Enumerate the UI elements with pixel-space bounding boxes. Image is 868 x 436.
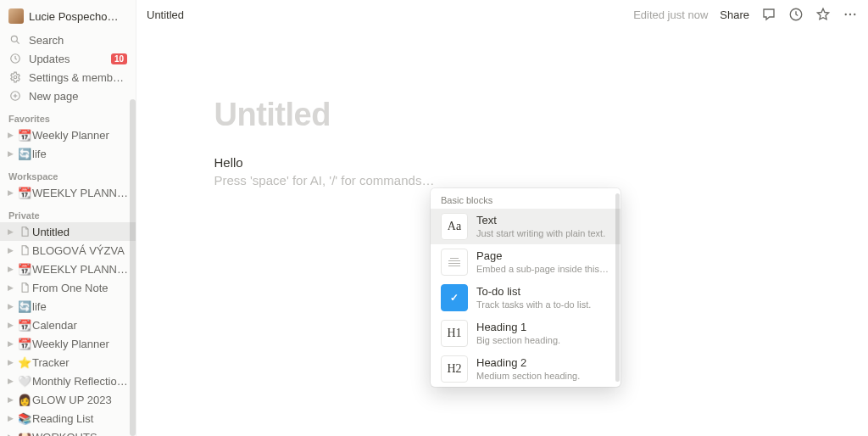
star-icon[interactable] — [815, 7, 831, 22]
slash-item-title: Text — [476, 214, 605, 227]
slash-item-text[interactable]: AaTextJust start writing with plain text… — [431, 209, 620, 244]
updates-button[interactable]: Updates 10 — [0, 49, 136, 68]
svg-point-6 — [845, 14, 847, 15]
slash-item-heading-1[interactable]: H1Heading 1Big section heading. — [431, 316, 620, 351]
private-page-row[interactable]: ▶⭐Tracker — [0, 353, 136, 372]
slash-item-desc: Big section heading. — [476, 334, 560, 346]
slash-item-icon: Aa — [441, 213, 468, 240]
new-page-label: New page — [29, 90, 127, 103]
share-button[interactable]: Share — [720, 8, 749, 21]
favorites-heading: Favorites — [0, 105, 136, 126]
page-label: life — [32, 300, 131, 313]
workspace-page-row[interactable]: ▶📆WEEKLY PLANNING — [0, 183, 136, 202]
updates-label: Updates — [29, 53, 104, 65]
page-emoji-icon: 📆 — [17, 336, 32, 351]
page-emoji-icon: 👩 — [17, 392, 32, 407]
slash-item-desc: Track tasks with a to-do list. — [476, 299, 591, 310]
page-text-line-1[interactable]: Hello — [214, 155, 791, 170]
svg-point-0 — [11, 36, 17, 42]
page-title[interactable]: Untitled — [214, 97, 791, 133]
private-heading: Private — [0, 202, 136, 222]
chevron-right-icon[interactable]: ▶ — [3, 280, 17, 295]
private-page-row[interactable]: ▶🤍Monthly Reflection 20… — [0, 372, 136, 390]
slash-item-title: Page — [476, 249, 610, 263]
page-label: Calendar — [32, 319, 131, 332]
slash-item-title: Heading 1 — [476, 321, 560, 334]
slash-item-desc: Medium section heading. — [476, 370, 580, 382]
chevron-right-icon[interactable]: ▶ — [3, 299, 17, 314]
workspace-avatar — [8, 8, 24, 24]
chevron-right-icon[interactable]: ▶ — [3, 411, 17, 426]
chevron-right-icon[interactable]: ▶ — [3, 224, 17, 239]
svg-point-7 — [849, 14, 851, 15]
breadcrumb[interactable]: Untitled — [147, 8, 184, 21]
workspace-heading: Workspace — [0, 163, 136, 183]
clock-icon[interactable] — [788, 7, 804, 22]
chevron-right-icon[interactable]: ▶ — [3, 373, 17, 388]
slash-item-title: Heading 2 — [476, 356, 580, 370]
page: Untitled Hello Press 'space' for AI, '/'… — [214, 29, 791, 187]
app-root: Lucie Pospecho… Search Updates 10 Settin… — [0, 0, 868, 436]
private-page-row[interactable]: ▶BLOGOVÁ VÝZVA — [0, 241, 136, 260]
chevron-right-icon[interactable]: ▶ — [3, 355, 17, 370]
page-emoji-icon: 🤍 — [17, 373, 32, 388]
page-label: GLOW UP 2023 — [32, 394, 131, 406]
chevron-right-icon[interactable]: ▶ — [3, 185, 17, 200]
workspace-pages-list: ▶📆WEEKLY PLANNING — [0, 183, 136, 202]
clock-icon — [8, 52, 22, 65]
chevron-right-icon[interactable]: ▶ — [3, 392, 17, 407]
slash-item-to-do-list[interactable]: To-do listTrack tasks with a to-do list. — [431, 280, 620, 316]
page-label: WEEKLY PLANNING (1) — [32, 263, 131, 276]
private-page-row[interactable]: ▶📚Reading List — [0, 409, 136, 428]
page-content-wrapper: Untitled Hello Press 'space' for AI, '/'… — [136, 29, 868, 187]
page-emoji-icon: 📆 — [17, 317, 32, 333]
page-emoji-icon: 📚 — [17, 411, 32, 426]
slash-menu-scrollbar[interactable] — [615, 193, 620, 382]
main-area: Untitled Edited just now Share Untitled … — [136, 0, 868, 436]
page-text-line-2-placeholder[interactable]: Press 'space' for AI, '/' for commands… — [214, 173, 791, 187]
settings-label: Settings & members — [29, 71, 127, 84]
chevron-right-icon[interactable]: ▶ — [3, 336, 17, 351]
slash-item-title: To-do list — [476, 285, 591, 299]
slash-item-desc: Just start writing with plain text. — [476, 227, 605, 239]
page-label: Untitled — [32, 226, 131, 238]
private-page-row[interactable]: ▶📆Weekly Planner — [0, 334, 136, 353]
page-emoji-icon: 📆 — [17, 185, 32, 200]
comments-icon[interactable] — [761, 7, 776, 22]
sidebar-scrollbar[interactable] — [130, 99, 136, 436]
page-label: Reading List — [32, 412, 131, 425]
gear-icon — [8, 70, 22, 84]
private-page-row[interactable]: ▶📆Calendar — [0, 316, 136, 334]
svg-line-1 — [16, 41, 19, 43]
page-emoji-icon — [17, 224, 32, 239]
slash-item-heading-2[interactable]: H2Heading 2Medium section heading. — [431, 351, 620, 387]
private-page-row[interactable]: ▶🔄life — [0, 297, 136, 316]
page-emoji-icon: 📆 — [17, 127, 32, 143]
settings-button[interactable]: Settings & members — [0, 68, 136, 87]
page-label: Monthly Reflection 20… — [32, 375, 131, 388]
chevron-right-icon[interactable]: ▶ — [3, 317, 17, 333]
private-page-row[interactable]: ▶From One Note — [0, 278, 136, 297]
more-icon[interactable] — [843, 7, 858, 22]
chevron-right-icon[interactable]: ▶ — [3, 429, 17, 436]
page-emoji-icon: 📆 — [17, 261, 32, 277]
private-page-row[interactable]: ▶🐶WORKOUTS — [0, 428, 136, 436]
chevron-right-icon[interactable]: ▶ — [3, 127, 17, 143]
chevron-right-icon[interactable]: ▶ — [3, 146, 17, 161]
favorites-page-row[interactable]: ▶🔄life — [0, 144, 136, 163]
slash-item-icon — [441, 249, 468, 276]
favorites-page-row[interactable]: ▶📆Weekly Planner — [0, 126, 136, 144]
plus-circle-icon — [8, 89, 22, 103]
private-page-row[interactable]: ▶📆WEEKLY PLANNING (1) — [0, 260, 136, 278]
new-page-button[interactable]: New page — [0, 87, 136, 105]
private-page-row[interactable]: ▶Untitled — [0, 222, 136, 241]
chevron-right-icon[interactable]: ▶ — [3, 243, 17, 258]
private-page-row[interactable]: ▶👩GLOW UP 2023 — [0, 390, 136, 409]
workspace-switcher[interactable]: Lucie Pospecho… — [0, 0, 136, 31]
slash-section-heading: Basic blocks — [431, 188, 620, 209]
slash-item-desc: Embed a sub-page inside this page. — [476, 263, 610, 275]
search-button[interactable]: Search — [0, 31, 136, 49]
chevron-right-icon[interactable]: ▶ — [3, 261, 17, 277]
slash-command-menu: Basic blocks AaTextJust start writing wi… — [431, 188, 620, 387]
slash-item-page[interactable]: PageEmbed a sub-page inside this page. — [431, 244, 620, 280]
